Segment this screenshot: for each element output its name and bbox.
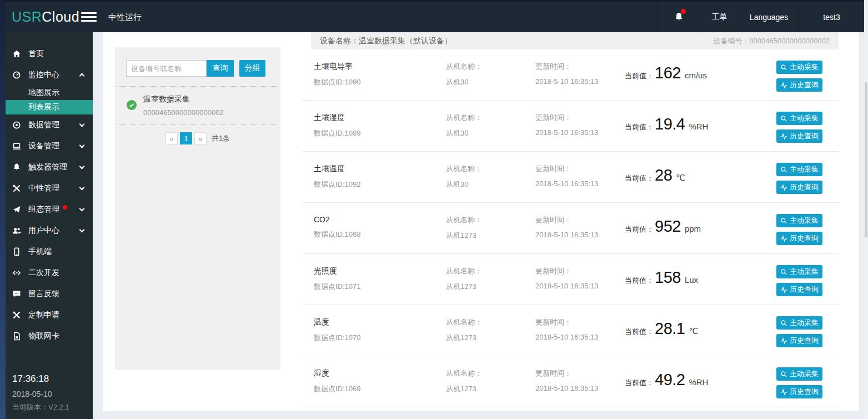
datapoint-name: 温度 — [314, 317, 361, 327]
sidebar-item-data-management[interactable]: 数据管理 — [6, 114, 93, 136]
topbar-right: 工单 Languages test3 — [658, 2, 864, 32]
content-card: 查询 分组 温室数据采集 00004650000000000002 « 1 » … — [103, 32, 859, 411]
logo-usr: USR — [12, 9, 42, 24]
users-icon — [12, 226, 21, 235]
datapoint-list: 设备名称：温室数据采集（默认设备） 设备编号：00004650000000000… — [303, 32, 839, 407]
device-id-label: 设备编号：00004650000000000002 — [713, 36, 830, 46]
scrollbar-thumb[interactable] — [865, 82, 867, 237]
languages-button[interactable]: Languages — [739, 2, 799, 32]
chevron-down-icon — [79, 227, 85, 233]
pagination-page-1[interactable]: 1 — [180, 132, 192, 144]
datapoint-name: 土壤温度 — [314, 164, 361, 174]
pagination-prev-button[interactable]: « — [165, 132, 178, 144]
datapoint-row-soil-humidity: 土壤湿度数据点ID:1089 从机名称：从机30 更新时间：2018-5-10 … — [303, 101, 839, 152]
history-button[interactable]: 历史查询 — [776, 232, 822, 245]
datapoint-name: 土壤电导率 — [314, 62, 361, 72]
slave-name: 从机1273 — [446, 384, 482, 394]
chevron-down-icon — [79, 185, 85, 191]
sidebar-item-neutral-management[interactable]: 中性管理 — [6, 178, 93, 199]
work-order-button[interactable]: 工单 — [700, 2, 739, 32]
device-name: 温室数据采集 — [143, 94, 224, 104]
slave-name: 从机1273 — [446, 333, 482, 343]
value-unit: cm/us — [685, 71, 707, 80]
sidebar-item-home[interactable]: 首页 — [6, 43, 93, 64]
slave-name: 从机30 — [446, 77, 482, 87]
search-button[interactable]: 查询 — [207, 60, 234, 77]
sidebar-item-trigger-management[interactable]: 触发器管理 — [6, 157, 93, 178]
comment-icon — [12, 290, 21, 298]
clock-time: 17:36:18 — [12, 373, 69, 385]
magnifier-icon — [780, 64, 787, 71]
device-list-item[interactable]: 温室数据采集 00004650000000000002 — [115, 87, 280, 125]
chevron-up-icon — [79, 73, 85, 79]
pulse-icon — [780, 235, 787, 242]
paper-plane-icon — [12, 205, 21, 214]
sidebar-item-custom-request[interactable]: 定制申请 — [6, 305, 93, 326]
current-value: 28 — [655, 166, 672, 184]
history-button[interactable]: 历史查询 — [776, 181, 822, 194]
sidebar: 首页 监控中心 地图展示 列表展示 数据管理 — [6, 32, 93, 419]
notifications-button[interactable] — [658, 2, 700, 32]
update-time: 2018-5-10 16:35:13 — [535, 282, 598, 290]
history-button[interactable]: 历史查询 — [776, 78, 822, 92]
check-circle-icon — [127, 100, 137, 110]
group-button[interactable]: 分组 — [239, 60, 265, 77]
home-icon — [12, 49, 21, 58]
logo-text: USRCloud — [12, 9, 79, 25]
sidebar-item-mobile[interactable]: 手机端 — [6, 241, 93, 262]
update-time: 2018-5-10 16:35:13 — [535, 77, 598, 86]
collect-button[interactable]: 主动采集 — [776, 163, 822, 176]
collect-button[interactable]: 主动采集 — [776, 61, 822, 74]
hamburger-menu-icon[interactable] — [81, 12, 97, 22]
sidebar-item-device-management[interactable]: 设备管理 — [6, 136, 93, 157]
magnifier-icon — [780, 371, 787, 378]
collect-button[interactable]: 主动采集 — [776, 316, 822, 330]
collect-button[interactable]: 主动采集 — [776, 112, 822, 125]
sim-card-icon — [12, 332, 21, 341]
laptop-icon — [12, 142, 21, 151]
update-time: 2018-5-10 16:35:13 — [535, 231, 598, 239]
device-list-panel: 查询 分组 温室数据采集 00004650000000000002 « 1 » … — [115, 47, 280, 370]
datapoint-row-temperature: 温度数据点ID:1070 从机名称：从机1273 更新时间：2018-5-10 … — [303, 305, 839, 356]
current-value: 952 — [655, 217, 681, 235]
pulse-icon — [780, 286, 787, 293]
sidebar-item-monitor-center[interactable]: 监控中心 — [6, 64, 93, 86]
collect-button[interactable]: 主动采集 — [776, 214, 822, 227]
datapoint-row-soil-conductivity: 土壤电导率数据点ID:1090 从机名称：从机30 更新时间：2018-5-10… — [303, 49, 839, 101]
pulse-icon — [780, 337, 787, 345]
slave-name: 从机1273 — [446, 282, 482, 292]
sidebar-item-iot-card[interactable]: 物联网卡 — [6, 326, 93, 347]
datapoint-name: CO2 — [314, 215, 361, 224]
sidebar-item-user-center[interactable]: 用户中心 — [6, 220, 93, 241]
update-time: 2018-5-10 16:35:13 — [535, 179, 598, 188]
value-unit: ℃ — [689, 326, 698, 336]
mobile-icon — [12, 247, 21, 256]
collect-button[interactable]: 主动采集 — [776, 367, 822, 381]
slave-name: 从机30 — [446, 128, 482, 138]
sidebar-clock: 17:36:18 2018-05-10 当前版本：V2.2.1 — [12, 373, 69, 412]
history-button[interactable]: 历史查询 — [776, 334, 822, 347]
pagination-next-button[interactable]: » — [194, 132, 207, 144]
pulse-icon — [780, 184, 787, 191]
history-button[interactable]: 历史查询 — [776, 385, 822, 398]
current-value: 162 — [655, 64, 681, 82]
notification-badge — [681, 9, 686, 14]
collect-button[interactable]: 主动采集 — [776, 265, 822, 278]
gauge-icon — [12, 71, 21, 79]
history-button[interactable]: 历史查询 — [776, 283, 822, 296]
datapoint-name: 湿度 — [314, 368, 361, 378]
sidebar-item-configuration-management[interactable]: 组态管理 — [6, 199, 93, 220]
sidebar-item-feedback[interactable]: 留言反馈 — [6, 283, 93, 305]
device-search-input[interactable] — [126, 60, 207, 77]
history-button[interactable]: 历史查询 — [776, 129, 822, 143]
sidebar-item-list-view[interactable]: 列表展示 — [6, 100, 93, 114]
clock-date: 2018-05-10 — [12, 390, 69, 398]
sidebar-item-secondary-development[interactable]: 二次开发 — [6, 262, 93, 283]
tools-icon — [12, 184, 21, 193]
sidebar-item-map-view[interactable]: 地图展示 — [6, 86, 93, 100]
user-menu[interactable]: test3 — [799, 2, 864, 32]
update-time: 2018-5-10 16:35:13 — [535, 128, 598, 137]
scrollbar[interactable] — [864, 0, 868, 419]
slave-name: 从机30 — [446, 179, 482, 189]
value-unit: %RH — [689, 122, 708, 131]
